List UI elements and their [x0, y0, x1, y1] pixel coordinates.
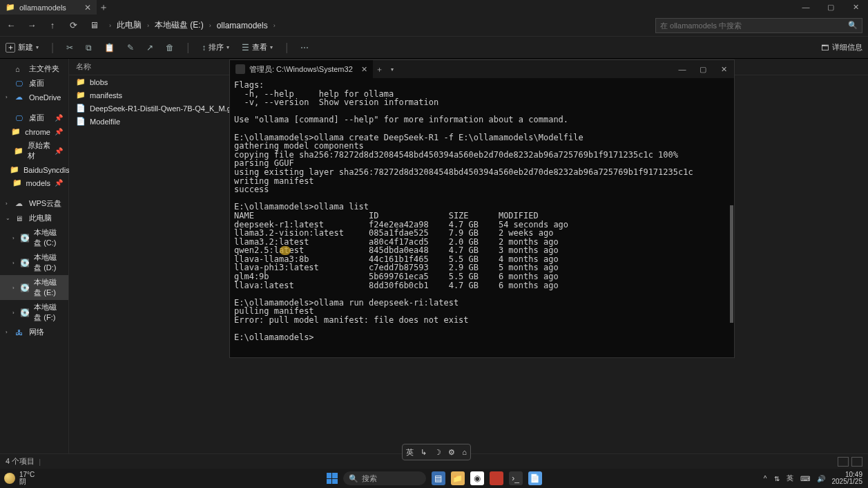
sidebar-raw[interactable]: 📁原始素材📌	[0, 138, 68, 163]
scrollbar[interactable]	[730, 205, 733, 323]
gear-icon[interactable]: ⚙	[448, 448, 455, 457]
details-icon: 🗔	[821, 44, 829, 52]
chevron-right-icon: ›	[12, 260, 16, 266]
sidebar-wps[interactable]: ›☁WPS云盘	[0, 196, 68, 211]
tab-dropdown-button[interactable]: ▾	[387, 66, 398, 73]
taskbar-notepad-button[interactable]: 📄	[528, 471, 542, 485]
sidebar-chrome[interactable]: 📁chrome📌	[0, 125, 68, 138]
terminal-window[interactable]: 管理员: C:\Windows\System32 ✕ ＋ ▾ — ▢ ✕ Fla…	[229, 59, 735, 358]
cut-button[interactable]: ✂	[66, 43, 73, 53]
share-button[interactable]: ↗	[146, 43, 153, 53]
taskbar-chrome-button[interactable]: ◉	[470, 471, 484, 485]
file-icon: 📄	[76, 117, 86, 126]
ime-btn[interactable]: ↳	[421, 448, 427, 457]
sidebar-drive-f[interactable]: ›💽本地磁盘 (F:)	[0, 300, 68, 325]
maximize-button[interactable]: ▢	[818, 3, 843, 12]
sidebar-network[interactable]: ›🖧网络	[0, 325, 68, 339]
moon-icon[interactable]: ☽	[434, 448, 441, 457]
rename-button[interactable]: ✎	[127, 43, 134, 53]
taskbar-terminal-button[interactable]: ›_	[509, 471, 523, 485]
up-button[interactable]: ↑	[47, 20, 58, 30]
minimize-button[interactable]: —	[672, 65, 693, 74]
cloud-icon: ☁	[15, 93, 25, 102]
sidebar-baidu[interactable]: 📁BaiduSyncdisk📌	[0, 163, 68, 176]
close-button[interactable]: ✕	[843, 3, 868, 12]
sidebar-models[interactable]: 📁models📌	[0, 176, 68, 189]
search-input[interactable]	[660, 21, 848, 30]
weather-widget[interactable]: 17°C阴	[0, 471, 35, 486]
crumb-thispc[interactable]: 此电脑	[117, 19, 142, 31]
folder-icon: 📁	[12, 178, 22, 187]
back-button[interactable]: ←	[6, 20, 17, 30]
sidebar-onedrive[interactable]: ›☁OneDrive	[0, 91, 68, 104]
view-list-button[interactable]	[838, 457, 849, 467]
refresh-button[interactable]: ⟳	[68, 20, 79, 30]
network-icon[interactable]: ⇅	[774, 475, 780, 482]
new-tab-button[interactable]: ＋	[97, 1, 110, 14]
explorer-tab[interactable]: 📁 ollamamodels ✕	[0, 0, 97, 15]
new-button[interactable]: ＋新建▾	[6, 42, 39, 53]
search-box[interactable]: 🔍	[655, 18, 862, 33]
close-icon[interactable]: ✕	[361, 65, 367, 74]
chevron-down-icon: ▾	[270, 44, 273, 50]
paste-button[interactable]: 📋	[104, 43, 115, 53]
sidebar-drive-c[interactable]: ›💽本地磁盘 (C:)	[0, 225, 68, 250]
sidebar-drive-d[interactable]: ›💽本地磁盘 (D:)	[0, 250, 68, 275]
cursor	[280, 246, 291, 255]
minimize-button[interactable]: —	[793, 3, 818, 12]
taskbar-app-button[interactable]: ▤	[432, 471, 445, 485]
chevron-right-icon: ›	[6, 200, 11, 207]
sort-button[interactable]: ↕排序▾	[202, 42, 229, 53]
chevron-right-icon: ›	[6, 94, 11, 100]
chevron-down-icon: ⌄	[6, 215, 11, 221]
crumb-folder[interactable]: ollamamodels	[217, 21, 268, 30]
sidebar-drive-e[interactable]: ›💽本地磁盘 (E:)	[0, 275, 68, 300]
new-tab-button[interactable]: ＋	[373, 64, 387, 75]
desktop-icon: 🖵	[15, 79, 25, 88]
chevron-right-icon: ›	[209, 22, 211, 29]
pc-icon[interactable]: 🖥	[88, 20, 99, 30]
chevron-right-icon: ›	[147, 22, 149, 29]
view-button[interactable]: ☰查看▾	[242, 42, 273, 53]
terminal-tab-title: 管理员: C:\Windows\System32	[249, 64, 353, 75]
start-button[interactable]	[327, 473, 338, 484]
ime-btn[interactable]: ⌂	[462, 448, 467, 456]
maximize-button[interactable]: ▢	[693, 65, 713, 74]
close-icon[interactable]: ✕	[84, 3, 91, 12]
ime-indicator[interactable]: 英	[787, 473, 793, 483]
terminal-output[interactable]: Flags: -h, --help help for ollama -v, --…	[230, 78, 734, 357]
input-icon[interactable]: ⌨	[800, 475, 810, 482]
forward-button[interactable]: →	[26, 20, 37, 30]
taskbar-record-button[interactable]	[490, 471, 503, 485]
view-grid-button[interactable]	[851, 457, 862, 467]
taskbar-explorer-button[interactable]: 📁	[451, 471, 465, 485]
crumb-drive[interactable]: 本地磁盘 (E:)	[155, 19, 204, 31]
delete-button[interactable]: 🗑	[166, 43, 174, 53]
pin-icon: 📌	[55, 114, 63, 122]
more-button[interactable]: ⋯	[300, 43, 309, 53]
speaker-icon[interactable]: 🔊	[817, 475, 825, 482]
chevron-right-icon: ›	[12, 310, 16, 316]
drive-icon: 💽	[20, 259, 30, 268]
sidebar-desktop[interactable]: 🖵桌面📌	[0, 111, 68, 125]
taskbar-search[interactable]: 🔍搜索	[343, 471, 426, 485]
copy-button[interactable]: ⧉	[86, 43, 92, 53]
sidebar-thispc[interactable]: ⌄🖥此电脑	[0, 211, 68, 225]
sidebar-home[interactable]: ⌂主文件夹	[0, 62, 68, 76]
clock[interactable]: 10:492025/1/25	[832, 471, 863, 486]
terminal-tab[interactable]: 管理员: C:\Windows\System32 ✕	[230, 60, 373, 78]
tray-overflow-button[interactable]: ^	[764, 475, 767, 482]
pin-icon: 📌	[55, 128, 63, 135]
folder-icon: 📁	[6, 3, 15, 12]
network-icon: 🖧	[15, 328, 25, 337]
cloud-icon: ☁	[15, 199, 25, 208]
search-icon: 🔍	[349, 474, 358, 483]
sidebar-desktop-quick[interactable]: 🖵桌面	[0, 76, 68, 91]
close-button[interactable]: ✕	[713, 65, 734, 74]
folder-icon: 📁	[76, 77, 86, 86]
details-pane-button[interactable]: 🗔详细信息	[821, 42, 862, 53]
ime-toolbar[interactable]: 英 ↳ ☽ ⚙ ⌂	[402, 444, 471, 460]
search-icon[interactable]: 🔍	[848, 21, 858, 30]
ime-lang[interactable]: 英	[406, 447, 414, 458]
chevron-down-icon: ▾	[36, 44, 39, 50]
